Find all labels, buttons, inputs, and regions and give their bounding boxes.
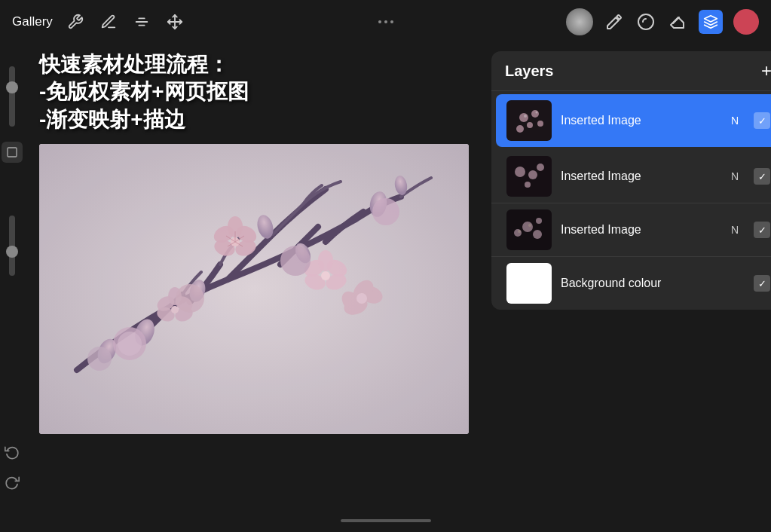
svg-point-57 (524, 115, 527, 118)
toolbar: Gallery (0, 0, 771, 44)
gallery-button[interactable]: Gallery (12, 14, 53, 29)
layer-item[interactable]: Background colour ✓ (491, 257, 771, 310)
left-tools (0, 44, 24, 509)
svg-point-65 (522, 222, 533, 232)
layer-thumbnail (506, 263, 552, 304)
layer-visibility-checkbox[interactable]: ✓ (754, 168, 770, 185)
strikethrough-icon[interactable] (131, 11, 152, 32)
svg-point-67 (514, 229, 522, 237)
wrench-icon[interactable] (65, 11, 86, 32)
eraser-tool-icon[interactable] (667, 11, 688, 32)
layer-mode: N (731, 115, 739, 127)
layers-header: Layers + (491, 51, 771, 91)
layer-item[interactable]: Inserted Image N ✓ (496, 94, 771, 147)
home-indicator (341, 519, 431, 522)
undo-button[interactable] (0, 440, 24, 464)
chinese-title-text: 快速素材处理流程： -免版权素材+网页抠图 -渐变映射+描边 (39, 51, 249, 133)
svg-point-62 (537, 164, 544, 171)
transform-icon[interactable] (164, 11, 185, 32)
canvas-area: 快速素材处理流程： -免版权素材+网页抠图 -渐变映射+描边 (24, 44, 484, 509)
svg-point-54 (527, 122, 533, 128)
layers-panel: Layers + (491, 51, 771, 310)
layers-title: Layers (505, 63, 554, 80)
add-layer-button[interactable]: + (761, 62, 771, 80)
svg-point-66 (533, 230, 542, 239)
brush-tool-icon[interactable] (604, 11, 625, 32)
svg-marker-6 (705, 16, 717, 22)
svg-point-60 (515, 167, 525, 177)
layer-item[interactable]: Inserted Image N ✓ (491, 203, 771, 257)
svg-rect-7 (8, 148, 17, 157)
right-panel: Layers + (484, 44, 771, 509)
svg-point-56 (537, 121, 543, 127)
layer-thumbnail (506, 100, 552, 141)
layer-item[interactable]: Inserted Image N ✓ (491, 150, 771, 203)
svg-point-58 (536, 112, 538, 114)
toolbar-center-dots[interactable] (378, 20, 393, 23)
layers-button[interactable] (699, 10, 723, 34)
layer-visibility-checkbox[interactable]: ✓ (754, 112, 770, 129)
layer-name: Background colour (561, 277, 745, 290)
layer-mode: N (731, 224, 739, 236)
redo-button[interactable] (0, 470, 24, 494)
user-avatar[interactable] (733, 9, 759, 35)
layer-thumbnail (506, 156, 552, 197)
layer-name: Inserted Image (561, 170, 722, 183)
svg-point-55 (516, 125, 524, 133)
svg-point-68 (536, 218, 542, 224)
svg-point-53 (531, 110, 539, 118)
layer-visibility-checkbox[interactable]: ✓ (754, 222, 770, 238)
svg-point-70 (518, 230, 521, 233)
selection-tool[interactable] (2, 142, 23, 163)
brush-size-indicator[interactable] (566, 8, 593, 35)
svg-point-63 (525, 182, 531, 188)
bottom-bar (0, 509, 771, 532)
svg-line-5 (673, 17, 679, 23)
layer-thumbnail (506, 209, 552, 250)
layer-name: Inserted Image (561, 114, 722, 127)
toolbar-right (566, 8, 759, 35)
layer-mode: N (731, 170, 739, 182)
toolbar-left: Gallery (12, 11, 185, 32)
painting-canvas[interactable] (39, 144, 469, 434)
svg-rect-50 (39, 144, 469, 434)
layer-name: Inserted Image (561, 223, 722, 237)
svg-point-52 (519, 113, 528, 122)
svg-point-61 (528, 170, 537, 179)
brush-size-slider[interactable] (9, 66, 15, 127)
main-area: 快速素材处理流程： -免版权素材+网页抠图 -渐变映射+描边 (0, 44, 771, 509)
svg-point-69 (528, 224, 531, 227)
smudge-tool-icon[interactable] (635, 11, 656, 32)
opacity-slider[interactable] (9, 216, 15, 276)
pen-icon[interactable] (98, 11, 119, 32)
svg-rect-51 (509, 102, 549, 139)
layer-visibility-checkbox[interactable]: ✓ (754, 275, 770, 292)
